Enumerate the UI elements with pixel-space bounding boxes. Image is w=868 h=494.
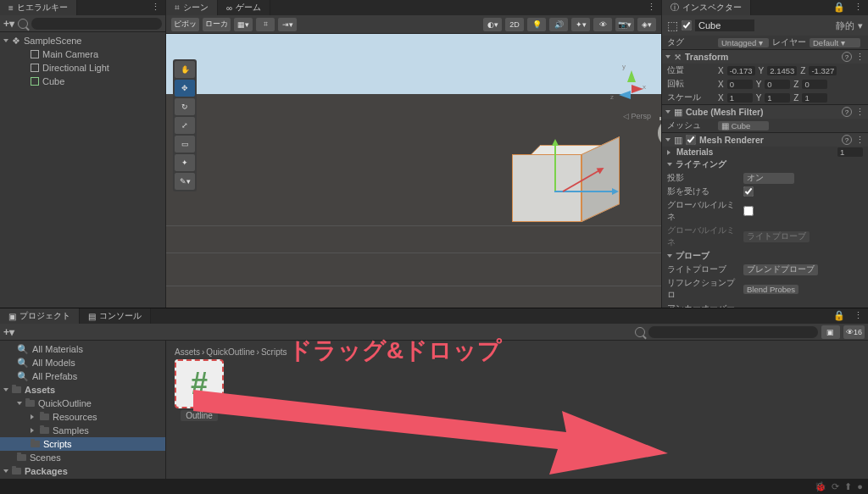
pos-z[interactable]: -1.327	[809, 66, 837, 75]
scale-z[interactable]: 1	[802, 93, 827, 103]
fx-toggle[interactable]: ✦▾	[571, 18, 590, 31]
pos-x[interactable]: -0.173	[727, 66, 755, 75]
tag-dropdown[interactable]: Untagged ▾	[718, 38, 769, 47]
inspector-tab[interactable]: ⓘ インスペクター	[662, 0, 751, 15]
hierarchy-item[interactable]: Cube	[0, 75, 165, 88]
camera-settings[interactable]: 📷▾	[615, 18, 634, 31]
folder-item[interactable]: Resources	[0, 410, 165, 424]
breadcrumb-item[interactable]: Scripts	[261, 347, 287, 357]
2d-toggle[interactable]: 2D	[505, 18, 524, 31]
transform-header[interactable]: ⤧ Transform ? ⋮	[662, 49, 868, 64]
script-asset[interactable]: # Outline	[170, 359, 229, 421]
help-icon[interactable]: ?	[842, 135, 852, 145]
gizmos-toggle[interactable]: ◈▾	[637, 18, 656, 31]
assets-folder[interactable]: Assets	[0, 383, 165, 397]
lock-icon[interactable]: 🔒	[830, 0, 849, 15]
project-grid[interactable]: Assets › QuickOutline › Scripts # Outlin…	[166, 341, 868, 479]
folder-item[interactable]: Scenes	[0, 451, 165, 464]
chevron-down-icon[interactable]	[667, 254, 672, 258]
chevron-down-icon[interactable]	[667, 163, 672, 166]
scale-tool[interactable]: ⤢	[175, 117, 195, 134]
folder-item[interactable]: QuickOutline	[0, 397, 165, 410]
materials-count[interactable]: 1	[837, 147, 863, 157]
visibility-toggle[interactable]: 👁	[593, 18, 612, 31]
favorite-item[interactable]: 🔍All Models	[0, 356, 165, 369]
hierarchy-search-input[interactable]	[31, 18, 162, 30]
preset-icon[interactable]: ⋮	[855, 52, 865, 62]
filter-button[interactable]: ▣	[821, 325, 840, 339]
static-dropdown[interactable]: ▾	[858, 20, 863, 31]
panel-menu-icon[interactable]: ⋮	[849, 0, 868, 15]
lock-icon[interactable]: 🔒	[830, 308, 849, 324]
scene-viewport[interactable]: ✋ ✥ ↻ ⤢ ▭ ✦ ✎▾	[166, 34, 661, 308]
receive-checkbox[interactable]	[743, 186, 754, 197]
snap-inc-button[interactable]: ⇥▾	[278, 18, 297, 31]
folder-item[interactable]: Scripts	[0, 437, 165, 451]
layer-dropdown[interactable]: Default ▾	[810, 38, 860, 47]
meshrenderer-header[interactable]: ▥ Mesh Renderer ? ⋮	[662, 132, 868, 147]
scene-tab[interactable]: ⌗ シーン	[166, 0, 218, 15]
lightprobe-dropdown[interactable]: ブレンドプローブ	[743, 264, 818, 275]
panel-menu-icon[interactable]: ⋮	[642, 0, 661, 15]
rect-tool[interactable]: ▭	[175, 136, 195, 153]
gi-c-checkbox[interactable]	[743, 206, 754, 216]
create-button[interactable]: +▾	[3, 326, 14, 338]
game-tab[interactable]: ∞ ゲーム	[218, 0, 270, 15]
scale-y[interactable]: 1	[765, 93, 790, 103]
rot-x[interactable]: 0	[727, 80, 753, 89]
draw-mode[interactable]: ◐▾	[483, 18, 502, 31]
transform-tool[interactable]: ✦	[175, 154, 195, 171]
cast-dropdown[interactable]: オン	[743, 173, 794, 184]
favorite-item[interactable]: 🔍All Materials	[0, 342, 165, 356]
meshfilter-header[interactable]: ▦ Cube (Mesh Filter) ? ⋮	[662, 104, 868, 119]
rot-y[interactable]: 0	[765, 80, 790, 89]
pivot-toggle[interactable]: ピボッ	[171, 18, 199, 31]
scene-row[interactable]: ❖ SampleScene	[0, 34, 165, 47]
breadcrumb-item[interactable]: Assets	[175, 347, 200, 357]
local-toggle[interactable]: ローカ	[203, 18, 231, 31]
favorite-item[interactable]: 🔍All Prefabs	[0, 369, 165, 383]
lighting-toggle[interactable]: 💡	[527, 18, 546, 31]
directional-light-gizmo[interactable]	[658, 119, 661, 147]
hierarchy-item[interactable]: Directional Light	[0, 61, 165, 75]
preset-icon[interactable]: ⋮	[855, 135, 865, 145]
project-search-input[interactable]	[648, 326, 818, 338]
rotate-tool[interactable]: ↻	[175, 98, 195, 115]
mesh-field[interactable]: ▦ Cube	[718, 121, 769, 130]
packages-folder[interactable]: Packages	[0, 464, 165, 478]
move-tool[interactable]: ✥	[175, 80, 195, 97]
rot-z[interactable]: 0	[802, 80, 827, 89]
scale-x[interactable]: 1	[727, 93, 753, 103]
active-checkbox[interactable]	[682, 20, 692, 31]
audio-toggle[interactable]: 🔊	[549, 18, 568, 31]
preset-icon[interactable]: ⋮	[855, 107, 865, 117]
breadcrumb[interactable]: Assets › QuickOutline › Scripts	[170, 344, 865, 359]
orientation-gizmo[interactable]: x y z	[610, 68, 653, 110]
help-icon[interactable]: ?	[842, 107, 852, 117]
hidden-button[interactable]: 👁 16	[843, 325, 865, 339]
perspective-label[interactable]: ◁ Persp	[623, 112, 651, 120]
project-tab[interactable]: ▣ プロジェクト	[0, 308, 80, 324]
create-button[interactable]: +▾	[3, 18, 14, 30]
inspector-tab-label: インスペクター	[682, 2, 742, 14]
console-tab[interactable]: ▤ コンソール	[80, 308, 151, 324]
hierarchy-tab[interactable]: ≡ ヒエラルキー	[0, 0, 77, 15]
snap-toggle[interactable]: ⌗	[256, 18, 275, 31]
meshrenderer-enable[interactable]	[686, 135, 696, 145]
help-icon[interactable]: ?	[842, 52, 852, 62]
breadcrumb-item[interactable]: QuickOutline	[206, 347, 254, 357]
selected-object[interactable]	[512, 144, 614, 246]
panel-menu-icon[interactable]: ⋮	[146, 0, 165, 15]
custom-tool[interactable]: ✎▾	[175, 173, 195, 190]
object-name-input[interactable]	[695, 19, 754, 31]
chevron-right-icon[interactable]	[667, 150, 673, 155]
folder-item[interactable]: Code Coverage	[0, 478, 165, 479]
panel-menu-icon[interactable]: ⋮	[849, 308, 868, 324]
grid-toggle[interactable]: ▦▾	[234, 18, 253, 31]
hand-tool[interactable]: ✋	[175, 61, 195, 78]
hierarchy-item[interactable]: Main Camera	[0, 47, 165, 61]
folder-item[interactable]: Samples	[0, 424, 165, 437]
chevron-down-icon	[665, 138, 670, 142]
pos-y[interactable]: 2.1453	[767, 66, 797, 75]
refprobe-dropdown[interactable]: Blend Probes	[743, 285, 798, 294]
